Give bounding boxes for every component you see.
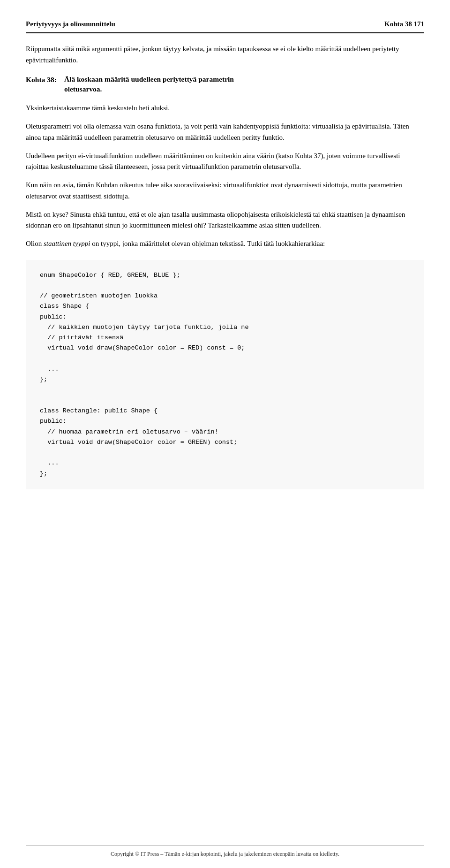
paragraph-1: Yksinkertaistakaamme tämä keskustelu het… xyxy=(26,103,424,114)
intro-text: Riippumatta siitä mikä argumentti pätee,… xyxy=(26,44,424,66)
section-title: Älä koskaan määritä uudelleen periytetty… xyxy=(64,74,234,94)
code-block: enum ShapeColor { RED, GREEN, BLUE }; //… xyxy=(26,260,424,489)
paragraph-4: Kun näin on asia, tämän Kohdan oikeutus … xyxy=(26,180,424,202)
footer: Copyright © IT Press – Tämän e-kirjan ko… xyxy=(26,845,424,859)
footer-text: Copyright © IT Press – Tämän e-kirjan ko… xyxy=(111,851,339,857)
paragraph-2: Oletusparametri voi olla olemassa vain o… xyxy=(26,121,424,143)
section-label: Kohta 38: xyxy=(26,74,57,94)
section-heading: Kohta 38: Älä koskaan määritä uudelleen … xyxy=(26,74,424,94)
paragraph-6: Olion staattinen tyyppi on tyyppi, jonka… xyxy=(26,238,424,249)
page: Periytyvyys ja oliosuunnittelu Kohta 38 … xyxy=(0,0,450,528)
paragraph-5: Mistä on kyse? Sinusta ehkä tuntuu, että… xyxy=(26,209,424,231)
page-number: Kohta 38 171 xyxy=(384,19,424,30)
page-header: Periytyvyys ja oliosuunnittelu Kohta 38 … xyxy=(26,19,424,33)
paragraph-3: Uudelleen perityn ei-virtuaalifunktion u… xyxy=(26,151,424,173)
chapter-title: Periytyvyys ja oliosuunnittelu xyxy=(26,19,115,30)
